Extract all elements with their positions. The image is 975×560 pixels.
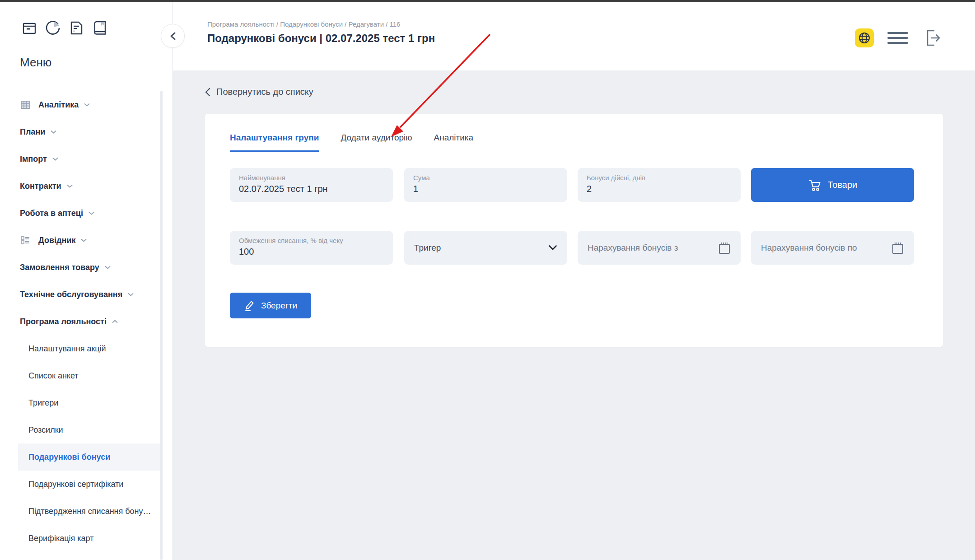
logout-button[interactable] [922,28,942,48]
tab-add-audience[interactable]: Додати аудиторію [341,133,412,152]
sidebar-item-veryfikatsiia-kart[interactable]: Верифікація карт [0,525,172,552]
name-field[interactable]: Найменування 02.07.2025 тест 1 грн [230,168,393,202]
accrual-from-datepicker[interactable]: Нарахування бонусів з [578,231,741,265]
sidebar-item-plany[interactable]: Плани [0,118,172,145]
window-top-strip [0,0,975,2]
sidebar-item-podarunkovi-bonusy[interactable]: Подарункові бонуси [18,443,161,471]
logout-icon [922,28,942,48]
sum-field[interactable]: Сума 1 [404,168,567,202]
accrual-to-datepicker[interactable]: Нарахування бонусів по [751,231,914,265]
chevron-down-icon [80,238,87,243]
pencil-icon [244,300,255,312]
header-actions [855,28,942,48]
sidebar-item-prohrama-loialnosti[interactable]: Програма лояльності [0,308,172,335]
chevron-left-icon [169,32,177,41]
chevron-down-icon [52,157,59,161]
bonus-days-field[interactable]: Бонуси дійсні, днів 2 [578,168,741,202]
pie-chart-icon[interactable] [44,19,61,37]
grid-icon [20,99,32,111]
chevron-left-icon [205,88,210,97]
writeoff-limit-field[interactable]: Обмеження списання, % від чеку 100 [230,231,393,265]
sidebar-item-dovidnyk[interactable]: Довідник [0,227,172,254]
document-icon[interactable] [68,19,85,37]
menu-title: Меню [20,56,51,70]
sidebar-item-tekhnichne-obsluhovuvannia[interactable]: Технічне обслуговування [0,281,172,308]
sidebar-item-nalashtuvannia-aktsii[interactable]: Налаштування акцій [0,335,172,362]
products-button[interactable]: Товари [751,168,914,202]
hamburger-icon [887,32,908,34]
sidebar-item-rozsylky[interactable]: Розсилки [0,416,172,443]
cart-icon [808,178,821,192]
chevron-up-icon [112,319,118,324]
sidebar-item-spysok-anket[interactable]: Список анкет [0,362,172,389]
calendar-icon [718,241,731,255]
sidebar-nav: Аналітика Плани Імпорт Контракти [0,91,172,552]
main-content: Повернутись до списку Налаштування групи… [173,70,975,560]
sidebar-item-tryhery[interactable]: Тригери [0,389,172,416]
tab-analytics[interactable]: Аналітика [434,133,474,152]
sidebar-item-robota-v-aptetsi[interactable]: Робота в аптеці [0,200,172,227]
sidebar-item-zamovlennia-tovaru[interactable]: Замовлення товару [0,254,172,281]
save-button[interactable]: Зберегти [230,293,311,318]
chevron-down-icon [50,130,57,134]
calendar-icon [891,241,904,255]
sidebar-toolbar [21,19,108,37]
sidebar-item-podarunkovi-sertyfikaty[interactable]: Подарункові сертифікати [0,471,172,498]
sidebar-item-pidtverdzhennia-spysannia[interactable]: Підтвердження списання бону… [0,498,172,525]
chevron-down-icon [104,265,111,270]
book-icon[interactable] [91,19,108,37]
language-button[interactable] [855,28,874,47]
breadcrumb: Програма лояльності / Подарункові бонуси… [207,20,400,28]
chevron-down-icon [127,292,134,297]
chevron-down-icon [66,184,73,188]
box-icon[interactable] [21,19,38,37]
list-icon [20,234,32,246]
sidebar-item-import[interactable]: Імпорт [0,145,172,173]
chevron-down-icon [548,245,557,251]
back-to-list-link[interactable]: Повернутись до списку [205,87,313,97]
sidebar-item-analitika[interactable]: Аналітика [0,91,172,118]
sidebar-item-kontrakty[interactable]: Контракти [0,173,172,200]
tabs: Налаштування групи Додати аудиторію Анал… [230,133,495,152]
page-title: Подарункові бонуси | 02.07.2025 тест 1 г… [207,32,435,45]
sidebar-scrollbar[interactable] [160,91,163,560]
tab-group-settings[interactable]: Налаштування групи [230,133,319,152]
menu-toggle-button[interactable] [887,31,908,45]
trigger-select[interactable]: Тригер [404,231,567,265]
sidebar-collapse-button[interactable] [161,24,185,48]
chevron-down-icon [88,211,95,215]
app-root: Меню Аналітика Плани [0,0,975,560]
sidebar: Меню Аналітика Плани [0,2,173,560]
settings-card: Налаштування групи Додати аудиторію Анал… [205,114,943,347]
chevron-down-icon [84,103,90,107]
header: Програма лояльності / Подарункові бонуси… [173,2,975,70]
globe-icon [858,32,871,44]
